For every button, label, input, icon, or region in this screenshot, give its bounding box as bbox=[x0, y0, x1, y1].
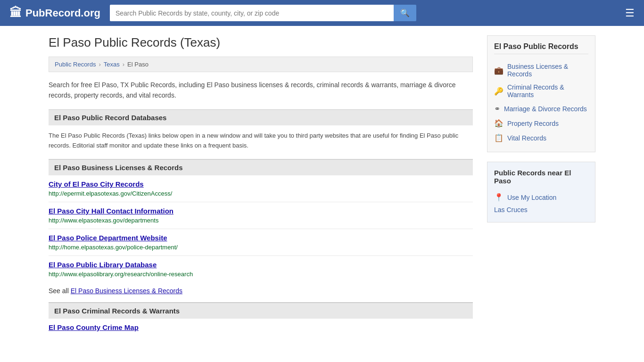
search-icon: 🔍 bbox=[400, 9, 410, 17]
breadcrumb: Public Records › Texas › El Paso bbox=[49, 57, 473, 72]
databases-intro: The El Paso Public Records (Texas) links… bbox=[49, 125, 473, 160]
logo-text: PubRecord.org bbox=[25, 7, 100, 19]
business-record-item: City of El Paso City Records http://eper… bbox=[49, 175, 473, 202]
content-area: El Paso Public Records (Texas) Public Re… bbox=[49, 35, 473, 337]
sidebar-record-item[interactable]: 🔑 Criminal Records & Warrants bbox=[494, 81, 588, 101]
sidebar-record-item[interactable]: 🏠 Property Records bbox=[494, 116, 588, 131]
breadcrumb-city: El Paso bbox=[127, 61, 149, 68]
use-location-label: Use My Location bbox=[507, 194, 556, 201]
sidebar-item-label: Property Records bbox=[507, 120, 559, 127]
business-section-header: El Paso Business Licenses & Records bbox=[49, 159, 473, 175]
sidebar-main-title: El Paso Public Records bbox=[494, 42, 588, 54]
location-icon: 📍 bbox=[494, 193, 504, 202]
sidebar-record-item[interactable]: ⚭ Marriage & Divorce Records bbox=[494, 101, 588, 116]
sidebar-item-label: Business Licenses & Records bbox=[507, 63, 588, 78]
see-all-business-link[interactable]: El Paso Business Licenses & Records bbox=[71, 287, 182, 295]
business-record-url: http://www.elpasotexas.gov/departments bbox=[49, 217, 158, 224]
sidebar-item-icon: ⚭ bbox=[494, 104, 500, 113]
see-all-prefix: See all bbox=[49, 287, 69, 295]
databases-section-header: El Paso Public Record Databases bbox=[49, 109, 473, 125]
sidebar-item-label: Vital Records bbox=[507, 134, 546, 142]
menu-button[interactable]: ☰ bbox=[625, 7, 635, 19]
breadcrumb-sep-1: › bbox=[99, 61, 100, 68]
sidebar: El Paso Public Records 💼 Business Licens… bbox=[487, 35, 595, 337]
use-location[interactable]: 📍 Use My Location bbox=[494, 190, 588, 204]
sidebar-item-icon: 🏠 bbox=[494, 119, 504, 128]
sidebar-item-icon: 📋 bbox=[494, 133, 504, 142]
see-all-business: See all El Paso Business Licenses & Reco… bbox=[49, 282, 473, 303]
business-record-link[interactable]: El Paso City Hall Contact Information bbox=[49, 207, 473, 215]
search-form: 🔍 bbox=[110, 5, 416, 21]
business-record-url: http://epermit.elpasotexas.gov/CitizenAc… bbox=[49, 190, 172, 197]
sidebar-item-label: Criminal Records & Warrants bbox=[507, 83, 588, 99]
search-button[interactable]: 🔍 bbox=[394, 5, 416, 21]
sidebar-record-item[interactable]: 📋 Vital Records bbox=[494, 131, 588, 145]
criminal-section-header: El Paso Criminal Records & Warrants bbox=[49, 303, 473, 319]
sidebar-item-icon: 🔑 bbox=[494, 87, 504, 96]
criminal-record-item: El Paso County Crime Map bbox=[49, 319, 473, 337]
header: 🏛 PubRecord.org 🔍 ☰ bbox=[0, 0, 644, 26]
breadcrumb-home[interactable]: Public Records bbox=[55, 61, 96, 68]
business-records-list: City of El Paso City Records http://eper… bbox=[49, 175, 473, 282]
business-record-item: El Paso Police Department Website http:/… bbox=[49, 229, 473, 256]
nearby-places-list: Las Cruces bbox=[494, 204, 588, 215]
criminal-records-section: El Paso Criminal Records & Warrants El P… bbox=[49, 303, 473, 337]
logo-icon: 🏛 bbox=[9, 6, 22, 20]
sidebar-nearby-box: Public Records near El Paso 📍 Use My Loc… bbox=[487, 162, 595, 222]
hamburger-icon: ☰ bbox=[625, 7, 635, 19]
business-licenses-section: El Paso Business Licenses & Records City… bbox=[49, 159, 473, 303]
search-input[interactable] bbox=[110, 5, 394, 21]
nearby-place[interactable]: Las Cruces bbox=[494, 204, 588, 215]
sidebar-item-icon: 💼 bbox=[494, 66, 504, 75]
sidebar-items-list: 💼 Business Licenses & Records 🔑 Criminal… bbox=[494, 60, 588, 145]
sidebar-main-box: El Paso Public Records 💼 Business Licens… bbox=[487, 35, 595, 152]
sidebar-nearby-title: Public Records near El Paso bbox=[494, 169, 588, 185]
breadcrumb-sep-2: › bbox=[123, 61, 124, 68]
criminal-record-link[interactable]: El Paso County Crime Map bbox=[49, 323, 473, 331]
business-record-link[interactable]: El Paso Police Department Website bbox=[49, 234, 473, 242]
logo[interactable]: 🏛 PubRecord.org bbox=[9, 6, 100, 20]
criminal-records-list: El Paso County Crime Map bbox=[49, 319, 473, 337]
main-layout: El Paso Public Records (Texas) Public Re… bbox=[39, 26, 605, 337]
business-record-link[interactable]: El Paso Public Library Database bbox=[49, 261, 473, 269]
breadcrumb-state[interactable]: Texas bbox=[104, 61, 120, 68]
business-record-link[interactable]: City of El Paso City Records bbox=[49, 180, 473, 188]
business-record-url: http://www.elpasolibrary.org/research/on… bbox=[49, 271, 193, 278]
description: Search for free El Paso, TX Public Recor… bbox=[49, 80, 473, 101]
page-title: El Paso Public Records (Texas) bbox=[49, 35, 473, 50]
sidebar-item-label: Marriage & Divorce Records bbox=[504, 105, 587, 113]
business-record-item: El Paso City Hall Contact Information ht… bbox=[49, 202, 473, 229]
sidebar-record-item[interactable]: 💼 Business Licenses & Records bbox=[494, 60, 588, 81]
business-record-url: http://home.elpasotexas.gov/police-depar… bbox=[49, 244, 178, 251]
business-record-item: El Paso Public Library Database http://w… bbox=[49, 256, 473, 282]
